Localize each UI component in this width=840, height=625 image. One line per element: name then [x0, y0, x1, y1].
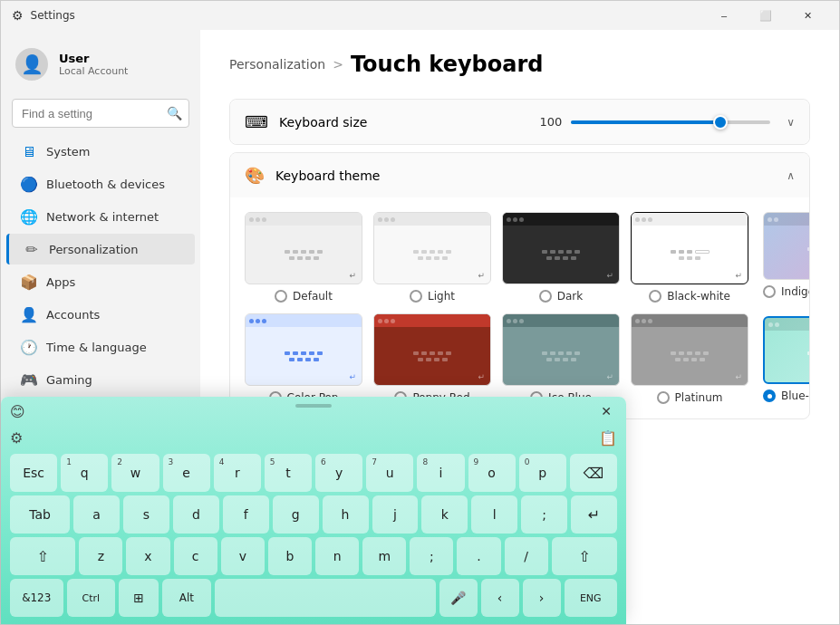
key-p[interactable]: 0p: [519, 454, 566, 492]
radio-platinum[interactable]: [657, 391, 670, 404]
breadcrumb-parent[interactable]: Personalization: [229, 57, 325, 72]
radio-dark[interactable]: [539, 290, 552, 303]
sidebar-item-bluetooth[interactable]: 🔵 Bluetooth & devices: [6, 168, 195, 199]
close-button[interactable]: ✕: [787, 1, 828, 30]
key-x[interactable]: x: [126, 537, 169, 575]
sidebar-item-label: Bluetooth & devices: [46, 178, 165, 191]
theme-item-poppy[interactable]: ↵ Poppy Red: [373, 313, 491, 404]
tk-handle[interactable]: [295, 404, 332, 408]
key-i[interactable]: 8i: [417, 454, 464, 492]
key-l[interactable]: l: [471, 495, 517, 534]
key-b[interactable]: b: [268, 537, 312, 575]
key-e[interactable]: 3e: [163, 454, 210, 492]
tk-row-1: Esc 1q 2w 3e 4r 5t 6y 7u 8i 9o 0p ⌫: [10, 454, 617, 492]
radio-bluegreen[interactable]: [763, 389, 776, 402]
sidebar-item-label: System: [46, 145, 90, 159]
keys-area: [632, 226, 748, 284]
key-k[interactable]: k: [421, 495, 468, 534]
tk-titlebar: 😊 ✕: [1, 397, 626, 426]
search-icon: 🔍: [167, 106, 182, 120]
key-space[interactable]: [215, 579, 436, 617]
theme-chevron: ∧: [787, 169, 795, 182]
theme-item-colorpop[interactable]: ↵ Color Pop: [245, 313, 362, 404]
topbar: [503, 314, 619, 327]
key-a[interactable]: a: [73, 495, 120, 534]
sidebar-item-accounts[interactable]: 👤 Accounts: [6, 299, 195, 330]
key-arrow-left[interactable]: ‹: [481, 579, 519, 617]
topbar: [503, 213, 619, 226]
key-comma[interactable]: ;: [410, 537, 453, 575]
key-win[interactable]: ⊞: [119, 579, 159, 617]
key-period[interactable]: .: [457, 537, 500, 575]
time-icon: 🕐: [21, 339, 37, 355]
tk-clipboard-icon[interactable]: 📋: [599, 429, 617, 447]
key-j[interactable]: j: [372, 495, 419, 534]
theme-item-light[interactable]: ↵ Light: [373, 212, 491, 303]
radio-light[interactable]: [410, 290, 422, 303]
key-sym[interactable]: &123: [10, 579, 63, 617]
key-enter[interactable]: ↵: [571, 495, 617, 534]
minimize-button[interactable]: –: [703, 1, 745, 30]
theme-item-bw[interactable]: ↵ Black-white: [631, 212, 748, 303]
key-tab[interactable]: Tab: [10, 495, 70, 534]
key-shift-left[interactable]: ⇧: [10, 537, 75, 575]
tk-close-button[interactable]: ✕: [595, 400, 617, 422]
theme-item-iceblue[interactable]: ↵ Ice Blue: [502, 313, 620, 404]
keyboard-theme-header[interactable]: 🎨 Keyboard theme ∧: [230, 153, 809, 197]
key-ctrl[interactable]: Ctrl: [67, 579, 116, 617]
key-c[interactable]: c: [174, 537, 217, 575]
key-y[interactable]: 6y: [315, 454, 362, 492]
key-f[interactable]: f: [223, 495, 269, 534]
key-semicolon[interactable]: ;: [521, 495, 567, 534]
key-r[interactable]: 4r: [214, 454, 261, 492]
key-w[interactable]: 2w: [111, 454, 159, 492]
radio-bw[interactable]: [649, 290, 661, 303]
key-h[interactable]: h: [323, 495, 369, 534]
sidebar-item-apps[interactable]: 📦 Apps: [6, 266, 195, 297]
key-o[interactable]: 9o: [468, 454, 516, 492]
key-u[interactable]: 7u: [366, 454, 413, 492]
key-v[interactable]: v: [221, 537, 265, 575]
slider-track[interactable]: [571, 120, 770, 124]
maximize-button[interactable]: ⬜: [745, 1, 787, 30]
key-slash[interactable]: /: [505, 537, 548, 575]
tk-settings-icon[interactable]: ⚙: [10, 429, 23, 447]
key-arrow-right[interactable]: ›: [523, 579, 561, 617]
keyboard-size-header[interactable]: ⌨ Keyboard size 100 ∨: [230, 100, 809, 144]
slider-thumb[interactable]: [713, 115, 728, 130]
theme-item-bluegreen[interactable]: ↵ Blue-green: [763, 316, 810, 402]
theme-item-dark[interactable]: ↵ Dark: [502, 212, 620, 303]
slider-fill: [571, 120, 720, 124]
key-language[interactable]: ENG: [565, 579, 618, 617]
key-q[interactable]: 1q: [61, 454, 108, 492]
sidebar-item-gaming[interactable]: 🎮 Gaming: [6, 364, 195, 395]
key-n[interactable]: n: [315, 537, 359, 575]
radio-default[interactable]: [275, 290, 287, 303]
radio-indigo[interactable]: [763, 285, 776, 298]
key-d[interactable]: d: [173, 495, 219, 534]
key-esc[interactable]: Esc: [10, 454, 57, 492]
key-m[interactable]: m: [362, 537, 406, 575]
tk-row-3: ⇧ z x c v b n m ; . / ⇧: [10, 537, 617, 575]
sidebar-item-network[interactable]: 🌐 Network & internet: [6, 201, 195, 232]
key-backspace[interactable]: ⌫: [570, 454, 617, 492]
keyboard-size-left: ⌨ Keyboard size: [245, 112, 367, 131]
key-z[interactable]: z: [79, 537, 122, 575]
sidebar-item-system[interactable]: 🖥 System: [6, 136, 195, 167]
key-s[interactable]: s: [123, 495, 169, 534]
theme-item-indigo[interactable]: ↵ Indigo Breeze: [763, 212, 810, 298]
theme-preview-dark: ↵: [502, 212, 620, 284]
key-alt[interactable]: Alt: [162, 579, 211, 617]
sidebar-item-time[interactable]: 🕐 Time & language: [6, 332, 195, 362]
theme-item-platinum[interactable]: ↵ Platinum: [631, 313, 748, 404]
sidebar-item-personalization[interactable]: ✏️ Personalization: [6, 234, 195, 264]
key-shift-right[interactable]: ⇧: [552, 537, 617, 575]
theme-preview-iceblue: ↵: [502, 313, 620, 386]
theme-right-column: ↵ Indigo Breeze: [763, 197, 810, 418]
theme-item-default[interactable]: ↵ Default: [245, 212, 362, 303]
search-input[interactable]: [12, 99, 189, 128]
key-t[interactable]: 5t: [265, 454, 312, 492]
key-mic[interactable]: 🎤: [439, 579, 478, 617]
key-g[interactable]: g: [273, 495, 319, 534]
sidebar-item-label: Gaming: [46, 373, 92, 387]
